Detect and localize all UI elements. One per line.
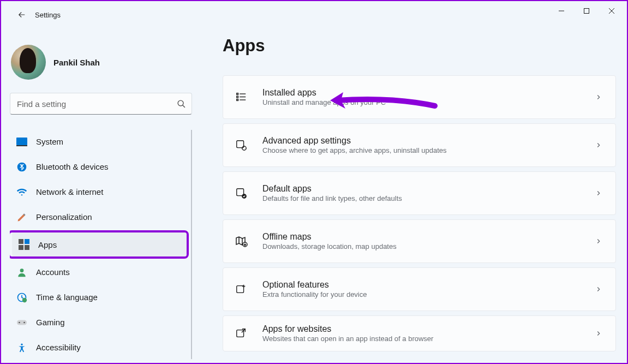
apps-icon <box>19 239 29 250</box>
svg-point-13 <box>20 268 24 272</box>
sidebar-item-network-internet[interactable]: Network & internet <box>10 180 189 204</box>
app-title: Settings <box>35 11 61 19</box>
card-list: Installed apps Uninstall and manage apps… <box>223 75 616 351</box>
chevron-right-icon <box>595 93 602 101</box>
card-installed-apps[interactable]: Installed apps Uninstall and manage apps… <box>223 75 616 119</box>
card-desc: Defaults for file and link types, other … <box>262 194 595 202</box>
sidebar-item-bluetooth-devices[interactable]: Bluetooth & devices <box>10 155 189 178</box>
accessibility-icon <box>16 342 27 353</box>
sidebar-item-accounts[interactable]: Accounts <box>10 260 189 284</box>
card-optional-features[interactable]: Optional features Extra functionality fo… <box>223 267 616 311</box>
svg-rect-6 <box>16 138 27 145</box>
svg-rect-21 <box>237 96 238 98</box>
sidebar-item-label: Gaming <box>36 318 65 327</box>
system-icon <box>16 136 27 147</box>
svg-rect-1 <box>584 9 589 14</box>
svg-rect-20 <box>237 93 238 95</box>
card-title: Optional features <box>262 280 595 290</box>
minimize-icon <box>558 8 565 14</box>
search-box[interactable] <box>10 93 192 115</box>
clock-globe-icon <box>16 292 27 303</box>
sidebar-item-apps[interactable]: Apps <box>12 232 187 256</box>
sidebar-item-label: Bluetooth & devices <box>36 162 109 171</box>
card-title: Advanced app settings <box>262 136 595 146</box>
chevron-right-icon <box>595 141 602 149</box>
page-title: Apps <box>223 36 616 56</box>
window-controls <box>549 1 624 21</box>
highlight-annotation: Apps <box>10 230 189 259</box>
svg-point-18 <box>23 321 25 323</box>
maximize-button[interactable] <box>574 1 599 21</box>
sidebar-item-label: System <box>36 137 63 146</box>
close-icon <box>608 8 615 14</box>
sidebar-item-label: Accessibility <box>36 343 81 352</box>
card-title: Installed apps <box>262 88 595 98</box>
app-plus-icon <box>234 282 248 296</box>
arrow-left-icon <box>17 10 27 20</box>
svg-point-19 <box>21 343 22 345</box>
maximize-icon <box>583 8 590 14</box>
svg-rect-11 <box>19 245 23 250</box>
chevron-right-icon <box>595 285 602 293</box>
card-title: Apps for websites <box>262 324 595 334</box>
svg-line-5 <box>183 105 185 107</box>
person-icon <box>16 267 27 278</box>
search-icon <box>177 99 186 109</box>
card-default-apps[interactable]: Default apps Defaults for file and link … <box>223 171 616 215</box>
svg-rect-31 <box>237 286 244 293</box>
sidebar-item-accessibility[interactable]: Accessibility <box>10 336 189 359</box>
app-check-icon <box>234 186 248 200</box>
nav-list: System Bluetooth & devices Network & int… <box>10 130 192 359</box>
map-download-icon <box>234 234 248 248</box>
sidebar-item-gaming[interactable]: Gaming <box>10 311 189 334</box>
sidebar-item-time-language[interactable]: Time & language <box>10 285 189 309</box>
card-offline-maps[interactable]: Offline maps Downloads, storage location… <box>223 219 616 263</box>
svg-rect-16 <box>17 320 27 325</box>
app-link-icon <box>234 326 248 341</box>
card-desc: Choose where to get apps, archive apps, … <box>262 146 595 154</box>
sidebar-item-personalization[interactable]: Personalization <box>10 205 189 229</box>
brush-icon <box>16 212 27 223</box>
sidebar-item-label: Time & language <box>36 293 98 302</box>
svg-rect-22 <box>237 99 238 101</box>
sidebar-item-system[interactable]: System <box>10 130 189 153</box>
card-desc: Uninstall and manage apps on your PC <box>262 98 595 106</box>
card-desc: Extra functionality for your device <box>262 290 595 299</box>
svg-point-27 <box>242 146 246 150</box>
sidebar-item-label: Personalization <box>36 212 92 222</box>
card-title: Default apps <box>262 184 595 194</box>
user-account-row[interactable]: Pankil Shah <box>10 40 192 93</box>
close-button[interactable] <box>599 1 624 21</box>
svg-rect-10 <box>25 239 29 244</box>
bluetooth-icon <box>16 162 27 172</box>
card-desc: Websites that can open in an app instead… <box>262 335 595 343</box>
card-apps-for-websites[interactable]: Apps for websites Websites that can open… <box>223 315 616 351</box>
sidebar-item-label: Apps <box>38 240 57 249</box>
avatar <box>11 45 46 80</box>
sidebar-item-label: Network & internet <box>36 187 103 196</box>
svg-rect-7 <box>16 145 27 146</box>
chevron-right-icon <box>595 330 602 337</box>
chevron-right-icon <box>595 237 602 245</box>
minimize-button[interactable] <box>549 1 574 21</box>
search-input[interactable] <box>17 99 177 109</box>
user-name: Pankil Shah <box>53 58 100 67</box>
list-icon <box>234 90 248 104</box>
svg-rect-12 <box>25 245 29 250</box>
svg-point-17 <box>19 321 20 323</box>
content: Apps Installed apps Uninstall and manage… <box>201 28 627 363</box>
sidebar-item-label: Accounts <box>36 267 70 277</box>
back-button[interactable] <box>12 5 32 25</box>
svg-point-4 <box>178 100 183 106</box>
sidebar: Pankil Shah System Bluetooth & devices <box>1 28 201 363</box>
svg-rect-9 <box>19 239 23 244</box>
app-gear-icon <box>234 138 248 152</box>
svg-point-15 <box>22 297 27 302</box>
wifi-icon <box>16 187 27 198</box>
gamepad-icon <box>16 317 27 328</box>
titlebar: Settings <box>1 1 627 28</box>
card-advanced-app-settings[interactable]: Advanced app settings Choose where to ge… <box>223 123 616 167</box>
chevron-right-icon <box>595 189 602 197</box>
card-title: Offline maps <box>262 232 595 242</box>
card-desc: Downloads, storage location, map updates <box>262 242 595 250</box>
